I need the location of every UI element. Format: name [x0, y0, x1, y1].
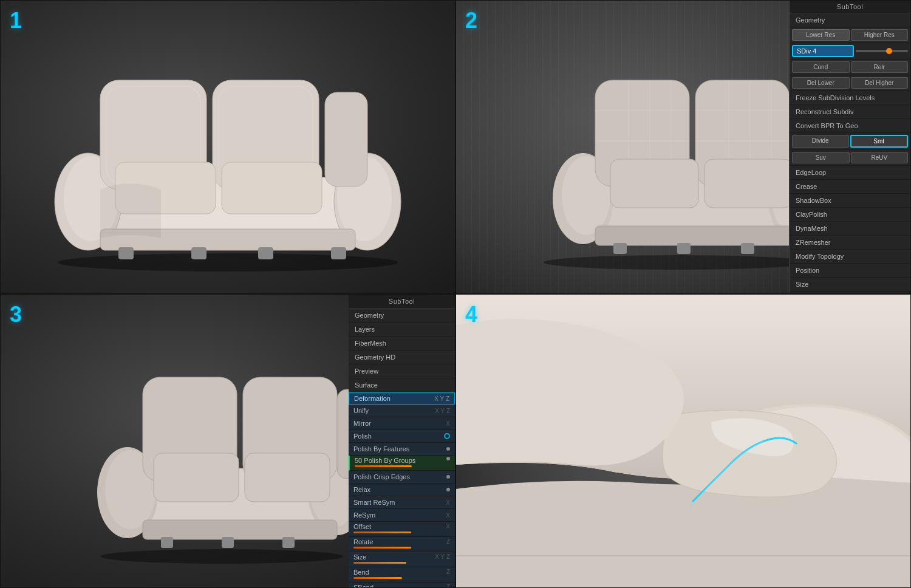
rotate-slider[interactable] — [353, 547, 411, 549]
del-lower-btn[interactable]: Del Lower — [792, 77, 850, 89]
svg-rect-38 — [705, 159, 793, 208]
svg-rect-16 — [258, 247, 273, 259]
unify-btn[interactable]: Unify X Y Z — [349, 405, 455, 417]
edgeloop-item[interactable]: EdgeLoop — [790, 166, 910, 180]
claypolish-item[interactable]: ClayPolish — [790, 208, 910, 222]
sbend-btn[interactable]: SBend Z — [349, 583, 455, 587]
relr-btn[interactable]: Relr — [851, 61, 909, 73]
q3-panel: SubTool Geometry Layers FiberMesh Geomet… — [349, 295, 455, 587]
rotate-xyz: Z — [446, 538, 450, 545]
bend-xyz: Z — [446, 569, 450, 576]
q2-panel: SubTool Geometry Lower Res Higher Res SD… — [789, 1, 910, 293]
relax-label: Relax — [353, 486, 370, 493]
q3-surface-item[interactable]: Surface — [349, 378, 455, 392]
svg-rect-53 — [245, 453, 330, 502]
bend-label: Bend — [353, 569, 369, 576]
svg-rect-40 — [613, 243, 627, 254]
freeze-item[interactable]: Freeze SubDivision Levels — [790, 91, 910, 105]
convert-item[interactable]: Convert BPR To Geo — [790, 119, 910, 133]
polish-by-groups-btn[interactable]: 50 Polish By Groups — [349, 456, 455, 471]
svg-point-43 — [100, 549, 343, 564]
sdiv-label[interactable]: SDiv 4 — [792, 45, 854, 57]
offset-btn[interactable]: Offset X — [349, 522, 455, 537]
polish-by-features-btn[interactable]: Polish By Features — [349, 443, 455, 456]
sofa-svg-3 — [82, 313, 374, 569]
svg-rect-15 — [191, 247, 206, 259]
polish-groups-slider[interactable] — [355, 465, 412, 467]
shadowbox-item[interactable]: ShadowBox — [790, 194, 910, 208]
offset-xyz: X — [446, 523, 450, 530]
sbend-row: SBend Z — [353, 584, 450, 587]
del-higher-btn[interactable]: Del Higher — [851, 77, 909, 89]
deformation-header: Deformation X Y Z — [349, 392, 455, 405]
q3-layers-item[interactable]: Layers — [349, 323, 455, 337]
dynamesh-item[interactable]: DynaMesh — [790, 222, 910, 236]
quadrant-3: 3 — [0, 294, 455, 588]
mirror-btn[interactable]: Mirror X — [349, 417, 455, 430]
cond-row: Cond Relr — [790, 60, 910, 75]
suv-btn[interactable]: Suv — [792, 152, 850, 163]
modify-topology-item[interactable]: Modify Topology — [790, 250, 910, 264]
svg-rect-37 — [610, 159, 698, 208]
polish-label: Polish — [353, 432, 372, 440]
svg-rect-41 — [677, 243, 691, 254]
polish-btn[interactable]: Polish — [349, 430, 455, 443]
mirror-xyz: X — [446, 420, 450, 427]
bend-row: Bend Z — [353, 569, 450, 576]
svg-point-0 — [58, 253, 398, 272]
q3-geometryhd-item[interactable]: Geometry HD — [349, 350, 455, 364]
sdiv-slider[interactable] — [856, 50, 908, 52]
q3-fibermesh-item[interactable]: FiberMesh — [349, 337, 455, 350]
position-item[interactable]: Position — [790, 264, 910, 278]
size-xyz: X Y Z — [435, 553, 450, 561]
deformation-label: Deformation — [354, 395, 391, 402]
quadrant-4: 4 — [455, 294, 911, 588]
q3-preview-item[interactable]: Preview — [349, 364, 455, 378]
q3-subtool-header: SubTool — [349, 295, 455, 309]
rotate-row: Rotate Z — [353, 538, 450, 545]
smt-btn[interactable]: Smt — [850, 135, 909, 148]
svg-point-18 — [544, 255, 811, 270]
size-slider[interactable] — [353, 562, 406, 564]
size-deform-btn[interactable]: Size X Y Z — [349, 552, 455, 567]
svg-rect-14 — [118, 247, 134, 259]
polish-crisp-label: Polish Crisp Edges — [353, 473, 410, 480]
svg-rect-57 — [282, 537, 295, 548]
rotate-btn[interactable]: Rotate Z — [349, 537, 455, 552]
size-item[interactable]: Size — [790, 278, 910, 292]
reuv-btn[interactable]: ReUV — [851, 152, 909, 163]
resym-btn[interactable]: ReSym X — [349, 509, 455, 522]
svg-rect-56 — [222, 537, 234, 548]
zremesher-item[interactable]: ZRemesher — [790, 236, 910, 250]
q3-geometry-item[interactable]: Geometry — [349, 309, 455, 323]
polish-by-features-label: Polish By Features — [353, 445, 409, 453]
geometry-item[interactable]: Geometry — [790, 13, 910, 27]
sofa-svg-1 — [21, 19, 434, 275]
polish-crisp-btn[interactable]: Polish Crisp Edges — [349, 471, 455, 484]
bend-btn[interactable]: Bend Z — [349, 567, 455, 583]
svg-rect-12 — [222, 162, 322, 214]
lower-res-btn[interactable]: Lower Res — [792, 29, 850, 41]
higher-res-btn[interactable]: Higher Res — [851, 29, 909, 41]
offset-slider[interactable] — [353, 532, 411, 533]
size-row: Size X Y Z — [353, 553, 450, 561]
sofa-view-4 — [456, 295, 910, 587]
polish-groups-row: 50 Polish By Groups — [355, 457, 450, 464]
cond-btn[interactable]: Cond — [792, 61, 850, 73]
reconstruct-item[interactable]: Reconstruct Subdiv — [790, 105, 910, 119]
subtool-header: SubTool — [790, 1, 910, 13]
sbend-label: SBend — [353, 584, 374, 587]
res-row: Lower Res Higher Res — [790, 27, 910, 43]
crease-item[interactable]: Crease — [790, 180, 910, 194]
smart-resym-label: Smart ReSym — [353, 499, 395, 506]
sofa-svg-4 — [456, 295, 911, 588]
svg-rect-8 — [325, 92, 367, 186]
svg-rect-55 — [161, 537, 173, 548]
smart-resym-btn[interactable]: Smart ReSym X — [349, 496, 455, 509]
divide-btn[interactable]: Divide — [792, 135, 849, 148]
suv-row: Suv ReUV — [790, 150, 910, 166]
relax-dot — [446, 488, 450, 491]
bend-slider[interactable] — [353, 577, 402, 579]
relax-btn[interactable]: Relax — [349, 484, 455, 496]
del-row: Del Lower Del Higher — [790, 75, 910, 91]
